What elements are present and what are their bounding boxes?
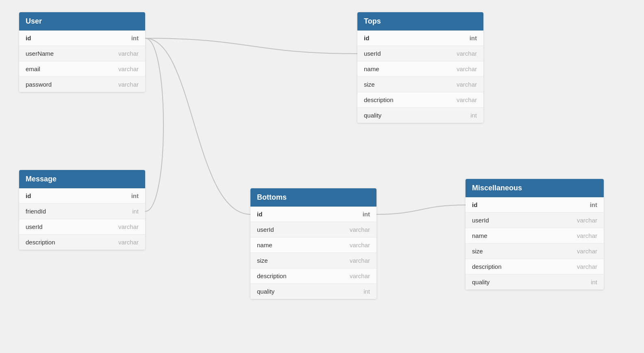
col-type: varchar — [577, 248, 597, 255]
table-message-header: Message — [19, 170, 145, 188]
col-name: quality — [257, 288, 274, 295]
col-type: varchar — [118, 239, 139, 246]
table-row: size varchar — [466, 244, 604, 259]
table-row: description varchar — [19, 235, 145, 250]
table-row: password varchar — [19, 77, 145, 92]
col-type: varchar — [457, 81, 477, 88]
col-name: description — [472, 263, 502, 270]
col-name: quality — [472, 279, 490, 285]
col-name: name — [257, 242, 272, 248]
table-row: size varchar — [357, 77, 483, 92]
table-row: userId varchar — [250, 222, 376, 238]
table-row: name varchar — [466, 228, 604, 244]
col-type: int — [363, 211, 370, 218]
table-row: name varchar — [250, 238, 376, 253]
col-type: int — [591, 279, 597, 285]
table-row: userId varchar — [466, 213, 604, 228]
col-name: userName — [26, 50, 54, 57]
table-row: id int — [466, 197, 604, 213]
table-row: friendId int — [19, 204, 145, 219]
col-type: int — [132, 208, 139, 215]
col-name: description — [364, 96, 394, 103]
col-type: int — [131, 35, 139, 41]
table-miscellaneous-header: Miscellaneous — [466, 179, 604, 197]
table-user: User id int userName varchar email varch… — [19, 12, 145, 92]
col-type: varchar — [350, 257, 370, 264]
table-row: description varchar — [250, 268, 376, 284]
col-name: userId — [26, 223, 43, 230]
table-row: quality int — [466, 275, 604, 290]
col-type: varchar — [457, 50, 477, 57]
table-row: id int — [19, 31, 145, 46]
col-type: varchar — [350, 226, 370, 233]
table-user-header: User — [19, 12, 145, 31]
col-type: varchar — [457, 65, 477, 72]
table-row: quality int — [250, 284, 376, 299]
table-row: description varchar — [357, 92, 483, 108]
col-type: int — [590, 201, 597, 208]
conn-bottoms-misc — [376, 205, 466, 214]
table-row: userName varchar — [19, 46, 145, 61]
col-name: description — [257, 272, 287, 279]
col-type: varchar — [457, 96, 477, 103]
col-type: int — [470, 35, 477, 41]
col-name: id — [472, 201, 477, 208]
table-row: id int — [19, 188, 145, 204]
col-name: id — [257, 211, 262, 218]
table-row: quality int — [357, 108, 483, 123]
table-miscellaneous: Miscellaneous id int userId varchar name… — [466, 179, 604, 290]
table-row: description varchar — [466, 259, 604, 275]
col-type: varchar — [118, 50, 139, 57]
col-name: userId — [257, 226, 274, 233]
col-type: varchar — [577, 263, 597, 270]
col-name: userId — [364, 50, 381, 57]
col-type: varchar — [350, 242, 370, 248]
conn-user-tops — [145, 38, 357, 54]
col-name: id — [364, 35, 369, 41]
col-name: userId — [472, 217, 489, 224]
col-type: varchar — [118, 81, 139, 88]
col-name: quality — [364, 112, 381, 119]
col-name: name — [364, 65, 379, 72]
col-type: int — [131, 192, 139, 199]
col-name: id — [26, 192, 31, 199]
table-row: id int — [357, 31, 483, 46]
table-row: email varchar — [19, 61, 145, 77]
table-message: Message id int friendId int userId varch… — [19, 170, 145, 250]
col-name: id — [26, 35, 31, 41]
col-type: varchar — [118, 223, 139, 230]
col-name: size — [364, 81, 375, 88]
conn-user-bottoms — [145, 38, 250, 214]
col-name: size — [257, 257, 268, 264]
table-tops-header: Tops — [357, 12, 483, 31]
col-name: password — [26, 81, 52, 88]
db-diagram: User id int userName varchar email varch… — [0, 0, 644, 353]
table-tops: Tops id int userId varchar name varchar … — [357, 12, 483, 123]
col-type: varchar — [577, 232, 597, 239]
col-name: name — [472, 232, 487, 239]
col-type: varchar — [118, 65, 139, 72]
table-row: size varchar — [250, 253, 376, 268]
conn-message-user — [145, 38, 163, 211]
col-type: int — [363, 288, 370, 295]
table-row: userId varchar — [357, 46, 483, 61]
table-bottoms-header: Bottoms — [250, 188, 376, 207]
col-name: friendId — [26, 208, 46, 215]
col-type: int — [470, 112, 477, 119]
col-name: description — [26, 239, 55, 246]
table-row: id int — [250, 207, 376, 222]
col-name: email — [26, 65, 40, 72]
table-row: userId varchar — [19, 219, 145, 235]
table-row: name varchar — [357, 61, 483, 77]
col-type: varchar — [350, 272, 370, 279]
col-name: size — [472, 248, 483, 255]
col-type: varchar — [577, 217, 597, 224]
table-bottoms: Bottoms id int userId varchar name varch… — [250, 188, 376, 299]
